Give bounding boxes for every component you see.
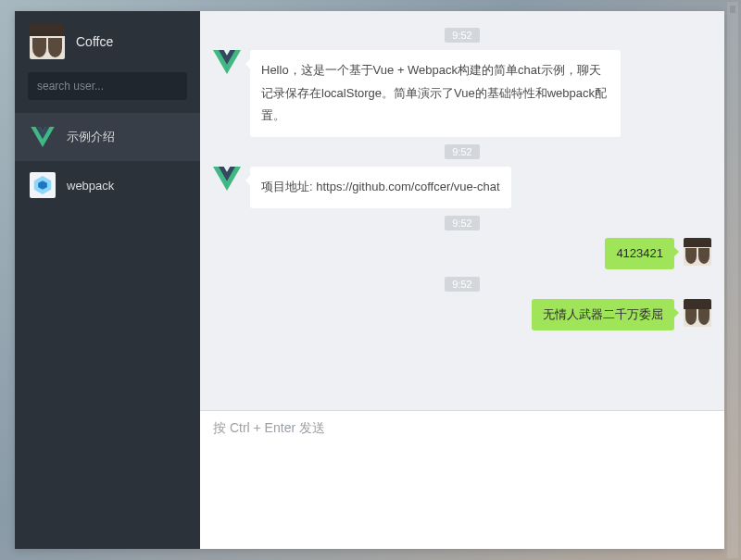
message-bubble: Hello，这是一个基于Vue + Webpack构建的简单chat示例，聊天记… xyxy=(250,50,621,137)
me-avatar xyxy=(30,24,65,59)
message-row: 无情人武器二千万委屈 xyxy=(213,299,711,330)
chat-app: Coffce 示例介绍 webpack 9:52 xyxy=(15,11,724,549)
message-list[interactable]: 9:52 Hello，这是一个基于Vue + Webpack构建的简单chat示… xyxy=(200,11,724,410)
timestamp: 9:52 xyxy=(213,26,711,43)
me-name: Coffce xyxy=(76,34,113,49)
message-bubble: 项目地址: https://github.com/coffcer/vue-cha… xyxy=(250,167,511,208)
vue-icon xyxy=(30,124,56,150)
timestamp: 9:52 xyxy=(213,143,711,159)
sidebar: Coffce 示例介绍 webpack xyxy=(15,11,200,549)
sidebar-item-example[interactable]: 示例介绍 xyxy=(15,113,200,161)
webpack-icon xyxy=(30,172,56,198)
sender-avatar xyxy=(684,299,711,327)
timestamp: 9:52 xyxy=(213,275,711,292)
chat-panel: 9:52 Hello，这是一个基于Vue + Webpack构建的简单chat示… xyxy=(200,11,724,549)
message-row: Hello，这是一个基于Vue + Webpack构建的简单chat示例，聊天记… xyxy=(213,50,711,137)
message-bubble: 无情人武器二千万委屈 xyxy=(532,299,674,330)
conversation-list: 示例介绍 webpack xyxy=(15,113,200,209)
sidebar-item-webpack[interactable]: webpack xyxy=(15,161,200,209)
message-row: 项目地址: https://github.com/coffcer/vue-cha… xyxy=(213,167,711,208)
sidebar-item-label: webpack xyxy=(67,179,114,193)
search-input[interactable] xyxy=(28,72,187,100)
search-box xyxy=(15,72,200,106)
message-row: 4123421 xyxy=(213,238,711,269)
composer xyxy=(200,410,724,549)
message-bubble: 4123421 xyxy=(605,238,674,269)
me-section: Coffce xyxy=(15,11,200,72)
page-scrollbar[interactable] xyxy=(727,2,738,558)
vue-icon xyxy=(213,50,241,78)
sidebar-item-label: 示例介绍 xyxy=(67,129,115,145)
sender-avatar xyxy=(684,238,711,266)
message-input[interactable] xyxy=(213,420,711,540)
vue-icon xyxy=(213,167,241,194)
timestamp: 9:52 xyxy=(213,214,711,230)
